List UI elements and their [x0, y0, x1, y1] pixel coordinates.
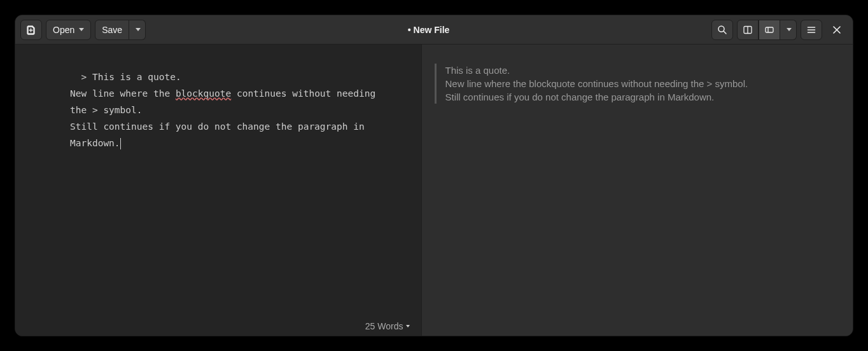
- editor-line: New line where the blockquote continues …: [70, 85, 383, 118]
- close-button[interactable]: [826, 20, 848, 40]
- quote-line: Still continues if you do not change the…: [445, 90, 841, 104]
- new-tab-button[interactable]: [20, 20, 42, 40]
- editor-content[interactable]: > This is a quote. New line where the bl…: [15, 45, 421, 317]
- chevron-down-icon: [79, 28, 84, 31]
- open-label: Open: [53, 25, 74, 35]
- text-cursor: [120, 138, 121, 149]
- chevron-down-icon: [136, 28, 141, 31]
- editor-line: > This is a quote.: [70, 69, 383, 85]
- save-button-group: Save: [95, 20, 146, 40]
- view-mode-group: [737, 20, 797, 40]
- view-menu-button[interactable]: [780, 20, 797, 40]
- side-by-side-button[interactable]: [737, 20, 759, 40]
- save-menu-button[interactable]: [129, 20, 146, 40]
- app-window: Open Save • New File: [15, 15, 853, 336]
- quote-line: New line where the blockquote continues …: [445, 77, 841, 90]
- side-by-side-icon: [743, 25, 753, 35]
- window-title: • New File: [150, 25, 708, 35]
- svg-line-1: [724, 31, 726, 34]
- quote-line: This is a quote.: [445, 64, 841, 77]
- hamburger-menu-button[interactable]: [801, 20, 822, 40]
- save-label: Save: [102, 25, 122, 35]
- open-button[interactable]: Open: [46, 20, 91, 40]
- editor-pane[interactable]: > This is a quote. New line where the bl…: [15, 45, 421, 336]
- chevron-down-icon[interactable]: [406, 325, 410, 327]
- close-icon: [832, 25, 841, 34]
- svg-rect-4: [766, 27, 773, 32]
- toolbar: Open Save • New File: [15, 15, 853, 45]
- preview-icon: [764, 25, 774, 35]
- blockquote: This is a quote. New line where the bloc…: [435, 64, 841, 104]
- hamburger-icon: [806, 25, 816, 35]
- content-area: > This is a quote. New line where the bl…: [15, 45, 853, 336]
- status-bar: 25 Words: [15, 317, 421, 336]
- word-count[interactable]: 25 Words: [365, 321, 403, 331]
- save-button[interactable]: Save: [95, 20, 129, 40]
- editor-line: Still continues if you do not change the…: [70, 118, 383, 151]
- preview-pane: This is a quote. New line where the bloc…: [421, 45, 853, 336]
- search-button[interactable]: [711, 20, 733, 40]
- spell-error: blockquote: [176, 88, 231, 99]
- search-icon: [717, 25, 727, 35]
- chevron-down-icon: [787, 28, 792, 31]
- new-tab-icon: [26, 25, 36, 35]
- preview-button[interactable]: [759, 20, 780, 40]
